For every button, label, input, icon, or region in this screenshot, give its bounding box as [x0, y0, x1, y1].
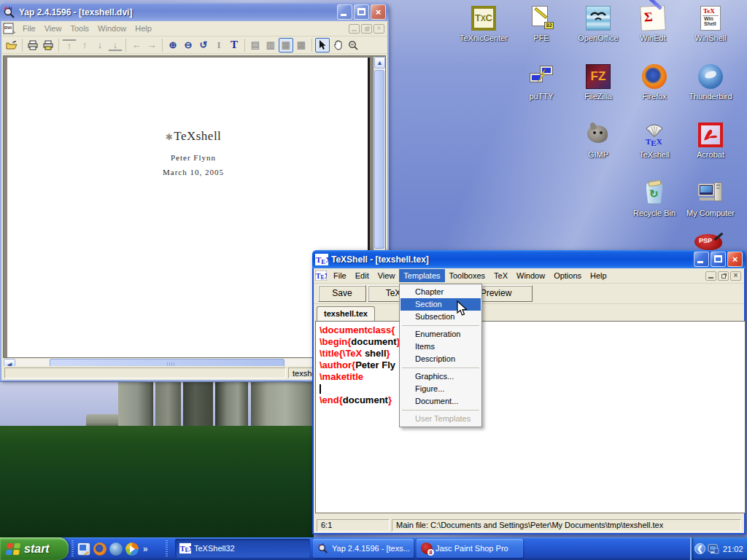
- desktop-icon-openoffice[interactable]: OpenOffice: [570, 6, 627, 42]
- tray-hidden-icons-chevron[interactable]: ❮: [694, 543, 705, 554]
- texshell-menu-tex[interactable]: TeX: [489, 269, 512, 282]
- texshell-menu-options[interactable]: Options: [549, 269, 586, 282]
- single-page-view-icon[interactable]: ▤: [248, 38, 263, 52]
- yap-mdi-minimize-button[interactable]: [349, 24, 360, 34]
- code-line: [320, 383, 745, 394]
- acrobat-icon: [698, 122, 723, 147]
- texshell-mdi-close-button[interactable]: ×: [730, 271, 741, 281]
- texshell-logo-glyph: ✱: [166, 132, 174, 143]
- scroll-up-arrow[interactable]: ▲: [374, 57, 385, 69]
- double-page-view-icon[interactable]: ▥: [263, 38, 278, 52]
- quick-launch-overflow-chevron[interactable]: »: [143, 544, 148, 554]
- page-width-view-icon[interactable]: ▦: [279, 38, 293, 52]
- quick-launch-bar: »: [70, 537, 168, 560]
- print-icon[interactable]: [26, 38, 40, 52]
- yap-menu-view[interactable]: View: [40, 22, 66, 35]
- code-line: \title{\TeX shell}: [320, 348, 745, 359]
- texshell-maximize-button[interactable]: [711, 252, 726, 267]
- texshell-menu-window[interactable]: Window: [512, 269, 549, 282]
- first-page-icon[interactable]: ↑: [62, 39, 77, 51]
- yap-menu-window[interactable]: Window: [93, 22, 131, 35]
- tab-texshell-tex[interactable]: texshell.tex: [317, 306, 375, 321]
- vertical-scroll-thumb[interactable]: [374, 70, 384, 249]
- stone: [155, 382, 181, 429]
- desktop-icon-thunderbird[interactable]: Thunderbird: [682, 64, 739, 101]
- zoom-out-icon[interactable]: ⊖: [181, 38, 196, 52]
- texshell-mdi-minimize-button[interactable]: [705, 271, 716, 281]
- texshell-menu-toolboxes[interactable]: Toolboxes: [445, 269, 490, 282]
- yap-maximize-button[interactable]: [354, 4, 369, 20]
- menu-item-items[interactable]: Items: [400, 341, 481, 353]
- desktop-icon-texshell[interactable]: TEX TeXshell: [626, 122, 683, 159]
- menu-item-user-templates[interactable]: User Templates: [400, 413, 481, 425]
- show-desktop-icon[interactable]: [77, 542, 90, 556]
- yap-menu-tools[interactable]: Tools: [66, 22, 93, 35]
- media-player-icon[interactable]: [125, 542, 139, 556]
- forward-icon[interactable]: →: [144, 38, 159, 52]
- desktop-icon-winshell[interactable]: TeX WinShell WinShell: [682, 6, 739, 42]
- stonehenge-wallpaper-region: [0, 382, 314, 537]
- texshell-menu-templates[interactable]: Templates: [399, 269, 444, 282]
- next-page-icon[interactable]: ↓: [93, 38, 107, 52]
- hand-tool-icon[interactable]: [330, 38, 345, 52]
- code-line: \maketitle: [320, 371, 745, 383]
- last-page-icon[interactable]: ↓: [108, 39, 123, 51]
- open-icon[interactable]: [4, 38, 19, 52]
- zoom-in-icon[interactable]: ⊕: [166, 38, 180, 52]
- taskbar-button-yap[interactable]: Yap 2.4.1596 - [texs...: [313, 539, 414, 558]
- texshell-menu-help[interactable]: Help: [586, 269, 611, 282]
- back-icon[interactable]: ←: [129, 38, 144, 52]
- desktop-icon-paintshoppro-partial[interactable]: PSP: [694, 234, 727, 252]
- menu-item-enumeration[interactable]: Enumeration: [400, 328, 481, 341]
- texshell-code-editor[interactable]: \documentclass{\begin{document}\title{\T…: [315, 321, 746, 513]
- stone: [118, 382, 153, 430]
- psp-task-icon: 8: [421, 542, 433, 554]
- desktop-icon-firefox[interactable]: Firefox: [626, 64, 683, 101]
- text-tool-icon[interactable]: T: [227, 38, 241, 52]
- previous-page-icon[interactable]: ↑: [77, 38, 92, 52]
- desktop-icon-putty[interactable]: puTTY: [513, 64, 570, 101]
- texshell-mdi-restore-button[interactable]: [718, 271, 729, 281]
- texshell-minimize-button[interactable]: [694, 252, 709, 267]
- texshell-titlebar[interactable]: TEX TeXShell - [texshell.tex] ×: [312, 250, 746, 268]
- dvi-document-author: Peter Flynn: [120, 153, 266, 162]
- yap-menu-help[interactable]: Help: [131, 22, 156, 35]
- desktop-icon-pfe[interactable]: 32 PFE: [513, 6, 570, 42]
- thunderbird-icon[interactable]: [109, 542, 123, 556]
- yap-mdi-close-button[interactable]: ×: [374, 24, 384, 34]
- desktop-icon-my-computer[interactable]: My Computer: [682, 181, 739, 217]
- menu-item-document[interactable]: Document...: [400, 395, 481, 408]
- menu-item-graphics[interactable]: Graphics...: [400, 370, 481, 383]
- desktop-icon-acrobat[interactable]: Acrobat: [682, 122, 739, 159]
- texshell-menu-edit[interactable]: Edit: [351, 269, 374, 282]
- texshell-menu-file[interactable]: File: [329, 269, 351, 282]
- desktop-icon-gimp[interactable]: GIMP: [570, 122, 627, 159]
- display-tray-icon[interactable]: [708, 544, 719, 554]
- print-setup-icon[interactable]: [41, 38, 55, 52]
- desktop-icon-filezilla[interactable]: FZ FileZilla: [570, 64, 627, 101]
- desktop-icon-winedt[interactable]: Σ WinEdt: [624, 6, 681, 42]
- yap-minimize-button[interactable]: [337, 4, 352, 20]
- texshell-menu-view[interactable]: View: [374, 269, 400, 282]
- menu-item-figure[interactable]: Figure...: [400, 383, 481, 395]
- full-page-view-icon[interactable]: ▦: [294, 38, 309, 52]
- yap-mdi-restore-button[interactable]: [361, 24, 372, 34]
- texshell-app-icon: TEX: [315, 254, 328, 265]
- ruler-tool-icon[interactable]: I: [212, 38, 226, 52]
- taskbar-button-texshell32[interactable]: TEX TeXShell32: [175, 539, 310, 558]
- texshell-close-button[interactable]: ×: [727, 252, 743, 267]
- menu-item-description[interactable]: Description: [400, 353, 481, 365]
- yap-titlebar[interactable]: Yap 2.4.1596 - [texshell.dvi] ×: [0, 3, 389, 21]
- yap-menu-file[interactable]: File: [18, 22, 40, 35]
- magnifier-tool-icon[interactable]: [346, 38, 360, 52]
- menu-item-chapter[interactable]: Chapter: [400, 286, 481, 298]
- save-button[interactable]: Save: [318, 285, 366, 302]
- desktop-icon-texniccenter[interactable]: TXC TeXnicCenter: [455, 6, 512, 42]
- select-tool-icon[interactable]: [315, 38, 330, 52]
- refresh-icon[interactable]: ↺: [196, 38, 211, 52]
- taskbar-button-paintshoppro[interactable]: 8 Jasc Paint Shop Pro: [417, 539, 523, 558]
- firefox-icon[interactable]: [93, 542, 107, 556]
- start-button[interactable]: start: [0, 537, 69, 560]
- yap-close-button[interactable]: ×: [371, 4, 386, 20]
- desktop-icon-recycle-bin[interactable]: ↻ Recycle Bin: [626, 181, 683, 217]
